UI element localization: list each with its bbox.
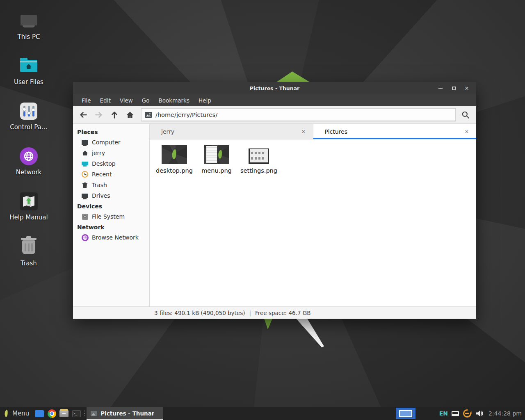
clock[interactable]: 2:44:28 pm <box>488 410 522 417</box>
file-manager-icon <box>59 410 68 417</box>
desktop-icon <box>81 160 89 167</box>
thunar-window: Pictures - Thunar ✕ File Edit View Go Bo… <box>73 82 476 319</box>
trash-icon <box>81 181 89 189</box>
image-thumbnail <box>162 145 187 164</box>
sidebar-item-desktop[interactable]: Desktop <box>73 158 149 169</box>
volume-icon[interactable] <box>475 410 484 417</box>
network-globe-icon <box>7 147 50 166</box>
up-button[interactable] <box>107 108 121 121</box>
recent-clock-icon <box>81 171 89 178</box>
help-manual-icon <box>7 192 50 211</box>
home-button[interactable] <box>123 108 137 121</box>
window-title: Pictures - Thunar <box>73 85 476 91</box>
image-thumbnail <box>204 145 229 164</box>
browser-launcher[interactable] <box>46 407 58 420</box>
desktop-icon-label: Trash <box>7 260 50 267</box>
mint-logo-icon <box>3 409 9 418</box>
sidebar-item-drives[interactable]: Drives <box>73 190 149 201</box>
terminal-icon: >_ <box>72 410 81 417</box>
taskbar: Menu >_ Pictures - Thunar EN 2:4 <box>0 407 525 420</box>
drives-icon <box>81 192 89 199</box>
desktop-icon-network[interactable]: Network <box>7 147 50 176</box>
status-separator: | <box>249 310 251 316</box>
desktop-icon-help-manual[interactable]: Help Manual <box>7 192 50 221</box>
sidebar-header-places: Places <box>73 127 149 137</box>
sidebar-item-home[interactable]: jerry <box>73 148 149 158</box>
side-pane: Places Computer jerry Desktop Recent <box>73 124 150 306</box>
desktop-icon <box>35 410 44 417</box>
desktop-icon-label: Control Pa… <box>7 123 50 131</box>
workspace-switcher[interactable] <box>396 408 415 419</box>
system-tray: EN 2:44:28 pm <box>415 409 525 418</box>
browse-network-globe-icon <box>81 234 89 241</box>
tab-bar: jerry ✕ Pictures ✕ <box>150 124 476 139</box>
sidebar-header-devices: Devices <box>73 201 149 211</box>
sidebar-item-trash[interactable]: Trash <box>73 180 149 190</box>
sidebar-item-file-system[interactable]: File System <box>73 211 149 222</box>
menu-edit[interactable]: Edit <box>96 95 115 106</box>
image-window-icon <box>91 411 97 416</box>
terminal-launcher[interactable]: >_ <box>70 407 82 420</box>
tab-pictures[interactable]: Pictures ✕ <box>313 124 477 139</box>
menu-file[interactable]: File <box>77 95 96 106</box>
path-bar[interactable]: /home/jerry/Pictures/ <box>141 108 456 121</box>
path-text: /home/jerry/Pictures/ <box>155 112 217 118</box>
desktop-icon-trash[interactable]: Trash <box>7 238 50 267</box>
toolbar: /home/jerry/Pictures/ <box>73 106 476 124</box>
file-menu-png[interactable]: menu.png <box>196 143 237 174</box>
files-summary: 3 files: 490.1 kB (490,050 bytes) <box>154 310 245 316</box>
desktop-icon-this-pc[interactable]: This PC <box>7 11 50 41</box>
workspace-1[interactable] <box>399 410 412 417</box>
tab-close-icon[interactable]: ✕ <box>463 128 470 135</box>
tab-jerry[interactable]: jerry ✕ <box>150 124 313 139</box>
sidebar-item-computer[interactable]: Computer <box>73 137 149 148</box>
file-view[interactable]: desktop.png menu.png settings.png <box>150 139 476 306</box>
task-button-thunar[interactable]: Pictures - Thunar <box>87 407 163 420</box>
task-button-label: Pictures - Thunar <box>100 410 154 417</box>
close-button[interactable]: ✕ <box>463 84 470 92</box>
file-manager-launcher[interactable] <box>58 407 70 420</box>
tasklist-handle <box>82 407 87 420</box>
search-button[interactable] <box>457 108 474 121</box>
maximize-button[interactable] <box>450 84 457 92</box>
keyboard-layout-indicator[interactable]: EN <box>439 410 448 417</box>
minimize-button[interactable] <box>437 84 444 92</box>
desktop: This PC User Files Control Pa… Network H… <box>0 0 525 420</box>
computer-icon <box>81 139 89 146</box>
show-desktop-button[interactable] <box>33 407 46 420</box>
desktop-icon-label: Help Manual <box>7 214 50 221</box>
home-icon <box>81 149 89 157</box>
file-desktop-png[interactable]: desktop.png <box>154 143 195 174</box>
menu-go[interactable]: Go <box>137 95 154 106</box>
titlebar[interactable]: Pictures - Thunar ✕ <box>73 82 476 94</box>
file-system-drive-icon <box>81 213 89 220</box>
file-name: desktop.png <box>154 167 195 174</box>
file-settings-png[interactable]: settings.png <box>238 143 279 174</box>
desktop-icon-user-files[interactable]: User Files <box>7 57 50 86</box>
start-menu-button[interactable]: Menu <box>0 407 33 420</box>
forward-button[interactable] <box>92 108 106 121</box>
file-name: settings.png <box>238 167 279 174</box>
menu-label: Menu <box>12 410 29 417</box>
desktop-icon-control-panel[interactable]: Control Pa… <box>7 102 50 131</box>
tab-close-icon[interactable]: ✕ <box>299 128 307 135</box>
sidebar-item-browse-network[interactable]: Browse Network <box>73 232 149 243</box>
menu-help[interactable]: Help <box>194 95 216 106</box>
chrome-icon <box>48 409 56 418</box>
status-bar: 3 files: 490.1 kB (490,050 bytes) | Free… <box>73 306 476 319</box>
sidebar-item-recent[interactable]: Recent <box>73 169 149 180</box>
control-panel-icon <box>7 102 50 121</box>
menu-bookmarks[interactable]: Bookmarks <box>154 95 194 106</box>
trash-icon <box>7 238 50 257</box>
update-manager-icon[interactable] <box>463 409 472 418</box>
file-name: menu.png <box>196 167 237 174</box>
desktop-icon-label: User Files <box>7 78 50 86</box>
pc-icon <box>7 11 50 30</box>
display-icon[interactable] <box>452 411 459 416</box>
menu-view[interactable]: View <box>115 95 137 106</box>
desktop-icon-label: Network <box>7 169 50 176</box>
image-file-icon <box>145 112 152 118</box>
menubar: File Edit View Go Bookmarks Help <box>73 94 476 106</box>
desktop-icon-label: This PC <box>7 33 50 41</box>
back-button[interactable] <box>76 108 90 121</box>
